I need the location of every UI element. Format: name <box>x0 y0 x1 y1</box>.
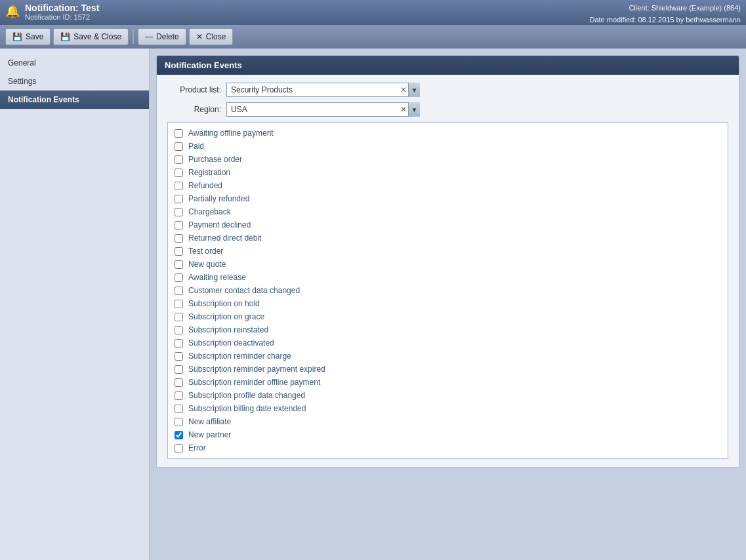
sidebar-item-general[interactable]: General <box>0 54 149 72</box>
toolbar-separator-1 <box>133 30 134 44</box>
checkbox-item-test-order[interactable]: Test order <box>175 245 721 258</box>
checkbox-label-error: Error <box>188 443 206 452</box>
checkbox-subscription-reminder-charge[interactable] <box>175 352 183 361</box>
checkbox-label-new-quote: New quote <box>188 260 226 269</box>
sidebar-item-notification-events[interactable]: Notification Events <box>0 90 149 109</box>
checkbox-label-subscription-reminder-charge: Subscription reminder charge <box>188 351 291 361</box>
save-close-button[interactable]: 💾 Save & Close <box>53 28 129 45</box>
checkbox-purchase-order[interactable] <box>175 155 183 164</box>
save-button[interactable]: 💾 Save <box>5 28 51 45</box>
product-list-clear-button[interactable]: ✕ <box>399 85 408 94</box>
checkbox-item-subscription-reminder-offline-payment[interactable]: Subscription reminder offline payment <box>175 376 721 389</box>
checkbox-customer-contact-data-changed[interactable] <box>175 287 183 295</box>
checkbox-subscription-on-hold[interactable] <box>175 300 183 308</box>
checkbox-label-payment-declined: Payment declined <box>188 220 251 230</box>
checkbox-item-subscription-billing-date-extended[interactable]: Subscription billing date extended <box>175 402 721 415</box>
checkbox-partially-refunded[interactable] <box>175 195 183 203</box>
checkbox-subscription-reminder-offline-payment[interactable] <box>175 378 183 387</box>
title-bar-right: Client: Shieldware (Example) (864) Date … <box>589 3 741 26</box>
checkbox-item-awaiting-offline-payment[interactable]: Awaiting offline payment <box>175 127 721 140</box>
checkbox-label-subscription-billing-date-extended: Subscription billing date extended <box>188 404 306 413</box>
checkbox-label-subscription-reminder-payment-expired: Subscription reminder payment expired <box>188 365 325 374</box>
save-icon: 💾 <box>12 32 22 41</box>
checkbox-item-paid[interactable]: Paid <box>175 140 721 153</box>
region-arrow-button[interactable]: ▼ <box>408 102 420 117</box>
checkbox-test-order[interactable] <box>175 247 183 256</box>
checkbox-item-new-quote[interactable]: New quote <box>175 258 721 271</box>
product-list-row: Product list: Security Products ✕ ▼ <box>167 83 728 97</box>
checkbox-item-chargeback[interactable]: Chargeback <box>175 205 721 218</box>
title-text: Notification: Test Notification ID: 1572 <box>25 3 99 21</box>
checkbox-label-subscription-on-hold: Subscription on hold <box>188 299 260 308</box>
checkbox-chargeback[interactable] <box>175 208 183 216</box>
checkbox-new-quote[interactable] <box>175 260 183 269</box>
checkbox-item-payment-declined[interactable]: Payment declined <box>175 218 721 231</box>
region-select[interactable]: USA <box>226 102 420 117</box>
window-subtitle: Notification ID: 1572 <box>25 13 99 21</box>
checkbox-item-refunded[interactable]: Refunded <box>175 179 721 192</box>
product-list-select[interactable]: Security Products <box>226 83 420 97</box>
region-select-buttons: ✕ ▼ <box>399 102 420 117</box>
checkbox-item-subscription-reinstated[interactable]: Subscription reinstated <box>175 323 721 336</box>
checkbox-label-awaiting-offline-payment: Awaiting offline payment <box>188 129 274 138</box>
panel-header: Notification Events <box>157 56 739 75</box>
region-label: Region: <box>167 105 226 114</box>
panel-body: Product list: Security Products ✕ ▼ Regi… <box>157 75 739 467</box>
product-list-arrow-button[interactable]: ▼ <box>408 83 420 97</box>
checkbox-subscription-reinstated[interactable] <box>175 326 183 334</box>
sidebar: General Settings Notification Events <box>0 49 150 560</box>
checkbox-label-registration: Registration <box>188 168 230 177</box>
checkbox-new-partner[interactable] <box>175 431 183 439</box>
content-area: Notification Events Product list: Securi… <box>150 49 746 560</box>
close-button[interactable]: ✕ Close <box>189 28 234 45</box>
checkbox-returned-direct-debit[interactable] <box>175 234 183 243</box>
checkbox-new-affiliate[interactable] <box>175 418 183 426</box>
checkbox-subscription-on-grace[interactable] <box>175 313 183 321</box>
checkbox-payment-declined[interactable] <box>175 221 183 230</box>
date-value: 08.12.2015 by bethwassermann <box>638 16 741 24</box>
client-label: Client: <box>629 4 649 12</box>
checkbox-subscription-deactivated[interactable] <box>175 339 183 348</box>
checkbox-label-paid: Paid <box>188 142 204 151</box>
checkbox-item-subscription-on-hold[interactable]: Subscription on hold <box>175 297 721 310</box>
checkbox-item-subscription-deactivated[interactable]: Subscription deactivated <box>175 336 721 350</box>
checkbox-subscription-profile-data-changed[interactable] <box>175 391 183 400</box>
checkbox-item-subscription-reminder-payment-expired[interactable]: Subscription reminder payment expired <box>175 363 721 376</box>
checkbox-registration[interactable] <box>175 169 183 177</box>
checkbox-item-returned-direct-debit[interactable]: Returned direct debit <box>175 231 721 245</box>
checkbox-item-customer-contact-data-changed[interactable]: Customer contact data changed <box>175 284 721 297</box>
main-layout: General Settings Notification Events Not… <box>0 49 746 560</box>
checkbox-item-awaiting-release[interactable]: Awaiting release <box>175 271 721 284</box>
checkbox-item-purchase-order[interactable]: Purchase order <box>175 153 721 166</box>
checkbox-label-subscription-reinstated: Subscription reinstated <box>188 325 268 334</box>
checkbox-awaiting-offline-payment[interactable] <box>175 129 183 138</box>
checkbox-label-new-affiliate: New affiliate <box>188 417 231 426</box>
checkbox-item-error[interactable]: Error <box>175 441 721 454</box>
window-title: Notification: Test <box>25 3 99 13</box>
checkbox-item-registration[interactable]: Registration <box>175 166 721 179</box>
checkbox-label-subscription-on-grace: Subscription on grace <box>188 312 264 321</box>
product-list-select-buttons: ✕ ▼ <box>399 83 420 97</box>
checkbox-subscription-billing-date-extended[interactable] <box>175 405 183 413</box>
checkbox-refunded[interactable] <box>175 182 183 190</box>
checkbox-item-subscription-reminder-charge[interactable]: Subscription reminder charge <box>175 350 721 363</box>
checkbox-label-partially-refunded: Partially refunded <box>188 194 249 203</box>
checkbox-error[interactable] <box>175 444 183 452</box>
checkbox-awaiting-release[interactable] <box>175 273 183 282</box>
delete-button[interactable]: — Delete <box>138 28 186 45</box>
checkbox-subscription-reminder-payment-expired[interactable] <box>175 365 183 374</box>
region-clear-button[interactable]: ✕ <box>399 105 408 114</box>
region-select-wrapper: USA ✕ ▼ <box>226 102 420 117</box>
checkbox-item-new-affiliate[interactable]: New affiliate <box>175 415 721 428</box>
checkbox-label-awaiting-release: Awaiting release <box>188 273 246 282</box>
sidebar-item-settings[interactable]: Settings <box>0 72 149 90</box>
checkbox-paid[interactable] <box>175 142 183 151</box>
checkbox-item-subscription-on-grace[interactable]: Subscription on grace <box>175 310 721 323</box>
notification-events-panel: Notification Events Product list: Securi… <box>156 55 739 468</box>
checkbox-item-subscription-profile-data-changed[interactable]: Subscription profile data changed <box>175 389 721 402</box>
checkbox-item-new-partner[interactable]: New partner <box>175 428 721 441</box>
checkbox-item-partially-refunded[interactable]: Partially refunded <box>175 192 721 205</box>
region-row: Region: USA ✕ ▼ <box>167 102 728 117</box>
checkbox-label-test-order: Test order <box>188 247 223 256</box>
toolbar: 💾 Save 💾 Save & Close — Delete ✕ Close <box>0 25 746 49</box>
